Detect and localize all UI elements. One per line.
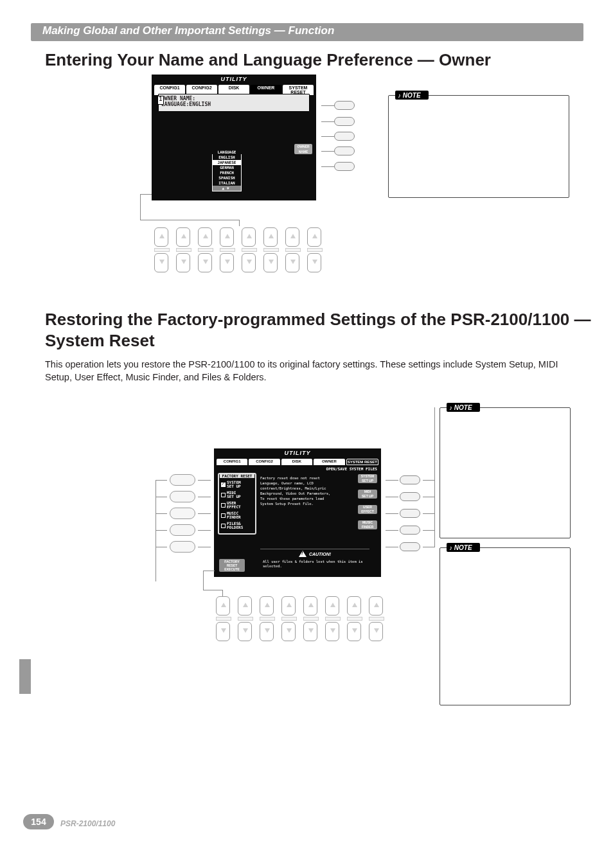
side-button-h2[interactable] (400, 509, 420, 518)
note-tag-icon: ♪ NOTE (447, 543, 480, 552)
side-button-i[interactable] (334, 146, 355, 155)
leader-line (423, 513, 434, 514)
leader-line (155, 530, 167, 531)
fr-item-music-finder[interactable]: MUSIC FINDER (219, 510, 255, 520)
panel-button-row-2 (216, 596, 384, 644)
fr-item-midi-setup[interactable]: MIDI SET UP (219, 490, 255, 500)
svg-text:♪ NOTE: ♪ NOTE (398, 92, 421, 99)
side-button-d[interactable] (170, 524, 195, 536)
connector-line (386, 480, 398, 481)
side-button-g2[interactable] (400, 492, 420, 501)
factory-reset-box: FACTORY RESET SYSTEM SET UP MIDI SET UP … (218, 473, 256, 535)
connector-line (386, 530, 398, 531)
panel-button-2[interactable] (176, 227, 191, 275)
caution-text: All user files & folders lost when this … (260, 558, 369, 570)
save-user-effect[interactable]: USER EFFECT (358, 505, 377, 514)
page-number: 154 (23, 814, 54, 829)
panel-button-6b[interactable] (325, 596, 341, 644)
leader-line (155, 547, 167, 547)
page-side-tab (19, 659, 31, 694)
checkbox-checked-icon (221, 483, 226, 487)
connector-line (386, 513, 398, 514)
checkbox-icon (221, 503, 226, 508)
lcd2-title: UTILITY (214, 450, 381, 456)
panel-button-1b[interactable] (216, 596, 231, 644)
warning-icon (299, 551, 306, 557)
fr-item-user-effect[interactable]: USER EFFECT (219, 500, 255, 510)
section2-paragraph: This operation lets you restore the PSR-… (45, 359, 572, 384)
connector-line (321, 121, 334, 122)
lang-spanish[interactable]: SPANISH (213, 175, 241, 181)
language-panel[interactable]: LANGUAGE ENGLISH JAPANESE GERMAN FRENCH … (212, 154, 242, 191)
lang-arrows[interactable]: ▲▼ (213, 186, 241, 191)
fr-label: MIDI SET UP (227, 491, 241, 499)
panel-button-4[interactable] (220, 227, 235, 275)
panel-button-5[interactable] (242, 227, 257, 275)
caution-label: CAUTION! (309, 552, 331, 556)
tab2-disk: DISK (281, 459, 312, 465)
connector-line (198, 480, 211, 481)
factory-reset-header: FACTORY RESET (220, 474, 254, 478)
note-tag-icon: ♪ NOTE (395, 91, 429, 100)
save-midi-setup[interactable]: MIDI SET UP (358, 490, 377, 499)
tab2-owner: OWNER (314, 459, 344, 465)
lang-german[interactable]: GERMAN (213, 165, 241, 170)
note-box-3: ♪ NOTE (440, 547, 571, 705)
checkbox-icon (221, 493, 226, 497)
side-button-f[interactable] (334, 101, 355, 110)
panel-button-7b[interactable] (347, 596, 362, 644)
fr-item-files-folders[interactable]: FILES& FOLDERS (219, 520, 255, 531)
leader-line (155, 513, 167, 514)
panel-button-3[interactable] (198, 227, 213, 275)
side-button-i2[interactable] (400, 526, 420, 535)
side-button-e[interactable] (170, 541, 195, 553)
side-button-g[interactable] (334, 117, 355, 126)
panel-button-8b[interactable] (369, 596, 384, 644)
lcd1-title: UTILITY (152, 76, 316, 82)
lang-italian[interactable]: ITALIAN (213, 181, 241, 186)
connector-line (321, 136, 334, 137)
fr-label: USER EFFECT (227, 501, 241, 509)
panel-button-4b[interactable] (281, 596, 297, 644)
lang-japanese[interactable]: JAPANESE (213, 160, 241, 165)
side-button-j[interactable] (334, 162, 355, 171)
panel-button-3b[interactable] (260, 596, 275, 644)
save-system-setup[interactable]: SYSTEM SET UP (358, 474, 377, 483)
lcd-screen-system-reset: UTILITY CONFIG1 CONFIG2 DISK OWNER SYSTE… (214, 448, 381, 577)
leader-line (423, 480, 434, 481)
note-tag-icon: ♪ NOTE (447, 403, 480, 412)
panel-button-2b[interactable] (238, 596, 253, 644)
leader-line (203, 571, 215, 571)
owner-info-box: 1 OWNER NAME: LANGUAGE:ENGLISH (158, 94, 310, 112)
panel-button-7[interactable] (285, 227, 301, 275)
side-button-j2[interactable] (400, 542, 420, 551)
side-button-c[interactable] (170, 508, 195, 519)
lang-english[interactable]: ENGLISH (213, 155, 241, 160)
lang-french[interactable]: FRENCH (213, 170, 241, 175)
side-button-f2[interactable] (400, 475, 420, 484)
connector-line (321, 105, 334, 106)
panel-button-8[interactable] (307, 227, 323, 275)
save-music-finder[interactable]: MUSIC FINDER (358, 520, 377, 529)
tab2-config1: CONFIG1 (217, 459, 247, 465)
side-button-b[interactable] (170, 491, 195, 502)
checkbox-icon (221, 513, 226, 518)
connector-line (198, 530, 211, 531)
panel-button-5b[interactable] (303, 596, 319, 644)
owner-name-button[interactable]: OWNER NAME (294, 144, 312, 154)
leader-line (203, 590, 222, 590)
leader-line (140, 194, 141, 220)
language-panel-title: LANGUAGE (213, 150, 241, 155)
leader-line (423, 547, 434, 547)
panel-button-6[interactable] (263, 227, 279, 275)
fr-item-system-setup[interactable]: SYSTEM SET UP (219, 479, 255, 490)
lcd-screen-owner: UTILITY CONFIG1 CONFIG2 DISK OWNER SYSTE… (152, 75, 316, 200)
leader-line (222, 590, 223, 596)
side-button-h[interactable] (334, 132, 355, 141)
panel-button-1[interactable] (154, 227, 170, 275)
side-button-a[interactable] (170, 474, 195, 486)
owner-language-line: LANGUAGE:ENGLISH (161, 102, 306, 107)
factory-reset-execute[interactable]: FACTORY RESET EXECUTE (219, 559, 245, 572)
leader-line (203, 571, 204, 590)
owner-name-label: OWNER NAME: (161, 96, 306, 102)
